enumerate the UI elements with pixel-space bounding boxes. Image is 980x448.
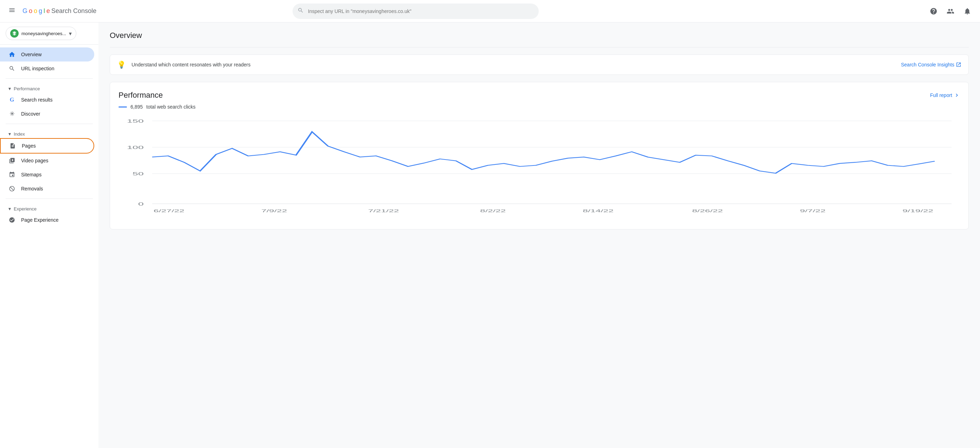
sidebar-item-overview[interactable]: Overview [0,48,94,62]
property-selector[interactable]: moneysavingheroes... ▾ [6,27,76,40]
pages-icon [9,142,16,149]
home-icon [8,51,16,58]
url-search-bar[interactable] [293,3,539,19]
property-selector-area: moneysavingheroes... ▾ [0,22,99,44]
full-report-label: Full report [930,92,952,98]
notifications-button[interactable] [960,4,974,18]
insight-text: Understand which content resonates with … [132,62,895,67]
chevron-down-icon: ▾ [8,86,11,91]
nav-divider-1 [6,78,93,79]
sidebar-item-pages-label: Pages [22,143,36,149]
sidebar-item-url-inspection-label: URL inspection [21,66,54,71]
index-section-header[interactable]: ▾ Index [0,127,99,138]
app-body: moneysavingheroes... ▾ Overview [0,22,980,448]
performance-chart: 150 100 50 0 6/27/22 7/9/22 7/21/22 8/2/… [118,115,960,221]
svg-text:8/26/22: 8/26/22 [692,209,723,213]
sidebar-item-url-inspection[interactable]: URL inspection [0,62,94,76]
search-console-insights-link[interactable]: Search Console Insights [901,62,961,67]
insight-banner: 💡 Understand which content resonates wit… [110,54,969,75]
chart-line [152,132,935,173]
google-g-icon: G [8,96,16,103]
performance-metric: 6,895 total web search clicks [118,104,960,110]
svg-text:0: 0 [138,202,144,207]
removals-icon [8,185,16,192]
svg-text:7/21/22: 7/21/22 [368,209,399,213]
sidebar-item-removals[interactable]: Removals [0,182,94,196]
metric-value: 6,895 [130,104,143,110]
performance-section-toggle[interactable]: ▾ Performance [8,86,90,91]
app-title: Search Console [51,7,96,15]
metric-label: total web search clicks [146,104,196,110]
chevron-down-icon-3: ▾ [8,206,11,211]
main-content: Overview 💡 Understand which content reso… [99,22,980,448]
lightbulb-icon: 💡 [117,60,126,69]
svg-text:7/9/22: 7/9/22 [261,209,287,213]
sidebar-item-sitemaps-label: Sitemaps [21,172,41,178]
insight-link-text: Search Console Insights [901,62,955,67]
performance-card: Performance Full report 6,895 total web … [110,82,969,229]
sidebar: moneysavingheroes... ▾ Overview [0,22,99,448]
chevron-down-icon-2: ▾ [8,131,11,137]
sidebar-nav: Overview URL inspection ▾ Performance [0,44,99,230]
help-button[interactable] [927,4,940,18]
experience-section-header[interactable]: ▾ Experience [0,202,99,213]
dropdown-arrow-icon: ▾ [69,30,72,37]
metric-line [118,106,127,108]
experience-section-label: Experience [14,206,37,211]
experience-section-toggle[interactable]: ▾ Experience [8,206,90,211]
performance-section-header[interactable]: ▾ Performance [0,81,99,93]
sidebar-item-video-pages[interactable]: Video pages [0,154,94,168]
sidebar-item-search-results[interactable]: G Search results [0,93,94,107]
svg-text:8/2/22: 8/2/22 [480,209,506,213]
svg-text:8/14/22: 8/14/22 [583,209,614,213]
full-report-link[interactable]: Full report [930,92,960,98]
account-settings-button[interactable] [943,4,958,18]
app-logo: Google Search Console [22,7,96,15]
menu-icon[interactable] [6,4,18,18]
sitemaps-icon [8,171,16,178]
discover-icon: ✳ [8,110,16,118]
sidebar-item-discover[interactable]: ✳ Discover [0,107,94,121]
sidebar-item-discover-label: Discover [21,111,40,117]
topbar-actions [927,4,974,18]
url-search-icon [8,65,16,72]
index-section-toggle[interactable]: ▾ Index [8,131,90,137]
sidebar-item-search-results-label: Search results [21,97,52,103]
url-inspect-input[interactable] [293,3,539,19]
svg-text:9/19/22: 9/19/22 [902,209,933,213]
svg-text:100: 100 [127,145,144,150]
property-name: moneysavingheroes... [21,31,66,36]
sidebar-item-video-pages-label: Video pages [21,158,49,164]
topbar: Google Search Console [0,0,980,22]
svg-text:50: 50 [132,172,144,176]
svg-text:150: 150 [127,119,144,124]
chart-svg: 150 100 50 0 6/27/22 7/9/22 7/21/22 8/2/… [118,115,960,221]
page-experience-icon [8,216,16,224]
sidebar-item-page-experience[interactable]: Page Experience [0,213,94,227]
nav-divider-3 [6,199,93,199]
page-title: Overview [110,31,969,40]
svg-text:6/27/22: 6/27/22 [154,209,185,213]
performance-title: Performance [118,91,163,100]
page-title-divider [110,47,969,48]
performance-section-label: Performance [14,86,40,91]
svg-text:9/7/22: 9/7/22 [800,209,826,213]
video-pages-icon [8,157,16,164]
sidebar-item-pages[interactable]: Pages [0,138,94,154]
index-section-label: Index [14,132,25,137]
sidebar-item-page-experience-label: Page Experience [21,217,59,223]
nav-divider-2 [6,124,93,124]
sidebar-item-removals-label: Removals [21,186,43,192]
sidebar-item-sitemaps[interactable]: Sitemaps [0,168,94,182]
performance-header: Performance Full report [118,91,960,100]
sidebar-item-overview-label: Overview [21,52,41,57]
property-icon [10,29,19,38]
search-icon [298,7,304,15]
